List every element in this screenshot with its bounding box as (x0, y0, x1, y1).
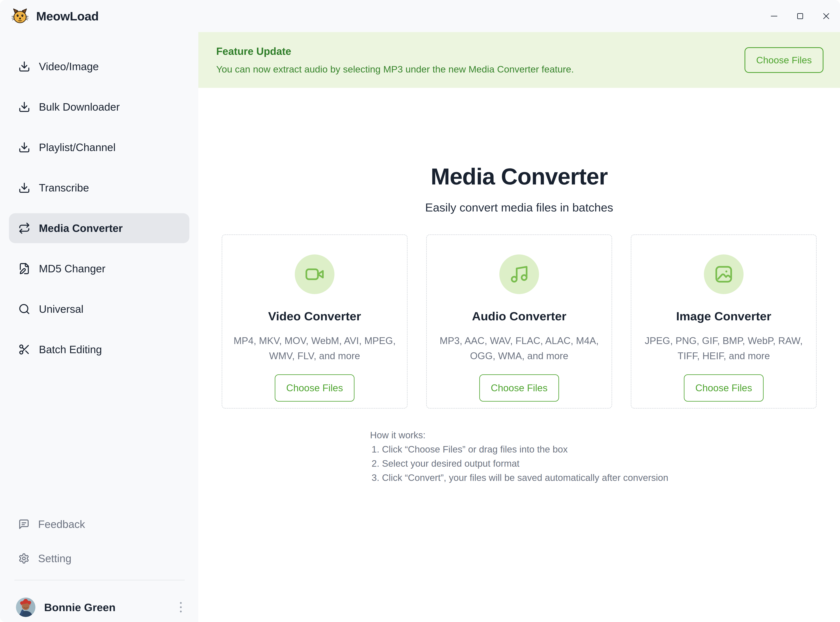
download-icon (18, 61, 31, 73)
file-pen-icon (18, 262, 31, 274)
card-title: Audio Converter (427, 309, 611, 323)
sidebar-item-label: Batch Editing (39, 343, 102, 356)
main-area: Feature Update You can now extract audio… (199, 32, 840, 622)
card-formats: JPEG, PNG, GIF, BMP, WebP, RAW, TIFF, HE… (631, 333, 816, 363)
audio-choose-files-button[interactable]: Choose Files (479, 374, 559, 402)
sidebar-item-batch-editing[interactable]: Batch Editing (9, 334, 189, 364)
how-it-works-title: How it works: (370, 428, 668, 442)
sidebar-footer: Feedback Setting (9, 511, 189, 622)
close-icon (822, 12, 831, 21)
window-controls (770, 12, 831, 21)
card-title: Image Converter (631, 309, 816, 323)
sidebar-item-bulk-downloader[interactable]: Bulk Downloader (9, 92, 189, 122)
sidebar-item-transcribe[interactable]: Transcribe (9, 173, 189, 203)
icon-circle (295, 255, 334, 294)
sidebar-item-label: Playlist/Channel (39, 141, 116, 154)
card-title: Video Converter (222, 309, 407, 323)
banner-choose-files-button[interactable]: Choose Files (745, 47, 823, 73)
how-step: 1. Click “Choose Files” or drag files in… (371, 442, 668, 456)
download-icon (18, 182, 31, 194)
how-it-works-steps: 1. Click “Choose Files” or drag files in… (370, 442, 668, 485)
sidebar-item-md5-changer[interactable]: MD5 Changer (9, 254, 189, 284)
image-icon (714, 264, 734, 284)
close-button[interactable] (822, 12, 831, 21)
video-camera-icon (305, 264, 325, 284)
sidebar-item-label: Transcribe (39, 181, 89, 194)
sidebar-item-feedback[interactable]: Feedback (9, 511, 189, 538)
sidebar: Video/Image Bulk Downloader Playlist/Cha… (0, 32, 199, 622)
user-name: Bonnie Green (44, 601, 166, 614)
app-window: MeowLoad Video/Image Bulk Downloader (0, 0, 840, 622)
music-note-icon (509, 264, 529, 284)
sidebar-item-setting[interactable]: Setting (9, 545, 189, 572)
page-subtitle: Easily convert media files in batches (199, 201, 840, 214)
sidebar-item-label: Feedback (38, 518, 85, 531)
download-icon (18, 141, 31, 153)
image-converter-card[interactable]: Image Converter JPEG, PNG, GIF, BMP, Web… (631, 235, 817, 409)
video-converter-card[interactable]: Video Converter MP4, MKV, MOV, WebM, AVI… (221, 235, 408, 409)
icon-circle (704, 255, 744, 294)
title-bar: MeowLoad (0, 0, 840, 32)
audio-converter-card[interactable]: Audio Converter MP3, AAC, WAV, FLAC, ALA… (426, 235, 612, 409)
sidebar-item-playlist-channel[interactable]: Playlist/Channel (9, 133, 189, 162)
how-it-works: How it works: 1. Click “Choose Files” or… (370, 428, 668, 485)
feature-update-banner: Feature Update You can now extract audio… (199, 32, 840, 88)
banner-message: You can now extract audio by selecting M… (216, 64, 574, 75)
cat-logo-icon (11, 8, 29, 25)
sidebar-item-label: Video/Image (39, 60, 99, 73)
minimize-icon (770, 12, 779, 21)
banner-copy: Feature Update You can now extract audio… (216, 45, 574, 75)
maximize-button[interactable] (796, 12, 805, 21)
icon-circle (499, 255, 539, 294)
feedback-icon (18, 518, 29, 530)
sidebar-item-label: Universal (39, 303, 83, 315)
download-icon (18, 101, 31, 113)
scissors-icon (18, 343, 31, 355)
sidebar-item-label: Media Converter (39, 222, 123, 235)
app-brand: MeowLoad (11, 8, 99, 25)
media-converter-page: Media Converter Easily convert media fil… (199, 88, 840, 622)
image-choose-files-button[interactable]: Choose Files (684, 374, 764, 402)
minimize-button[interactable] (770, 12, 779, 21)
gear-icon (18, 553, 29, 564)
sidebar-item-label: Bulk Downloader (39, 101, 120, 113)
banner-title: Feature Update (216, 45, 574, 57)
avatar (16, 598, 35, 617)
app-title: MeowLoad (36, 9, 99, 23)
sidebar-item-universal[interactable]: Universal (9, 294, 189, 324)
sidebar-item-label: MD5 Changer (39, 262, 105, 275)
sidebar-item-media-converter[interactable]: Media Converter (9, 213, 189, 243)
page-title: Media Converter (199, 163, 840, 190)
search-icon (18, 303, 31, 315)
card-formats: MP4, MKV, MOV, WebM, AVI, MPEG, WMV, FLV… (222, 333, 407, 363)
card-formats: MP3, AAC, WAV, FLAC, ALAC, M4A, OGG, WMA… (427, 333, 611, 363)
sidebar-item-video-image[interactable]: Video/Image (9, 52, 189, 81)
kebab-menu-icon[interactable] (175, 599, 187, 616)
video-choose-files-button[interactable]: Choose Files (275, 374, 354, 402)
user-profile: Bonnie Green (9, 581, 189, 622)
converter-cards: Video Converter MP4, MKV, MOV, WebM, AVI… (199, 235, 840, 409)
how-step: 3. Click “Convert”, your files will be s… (371, 471, 668, 485)
repeat-icon (18, 222, 31, 234)
sidebar-item-label: Setting (38, 552, 71, 565)
maximize-icon (796, 12, 805, 21)
how-step: 2. Select your desired output format (371, 456, 668, 471)
